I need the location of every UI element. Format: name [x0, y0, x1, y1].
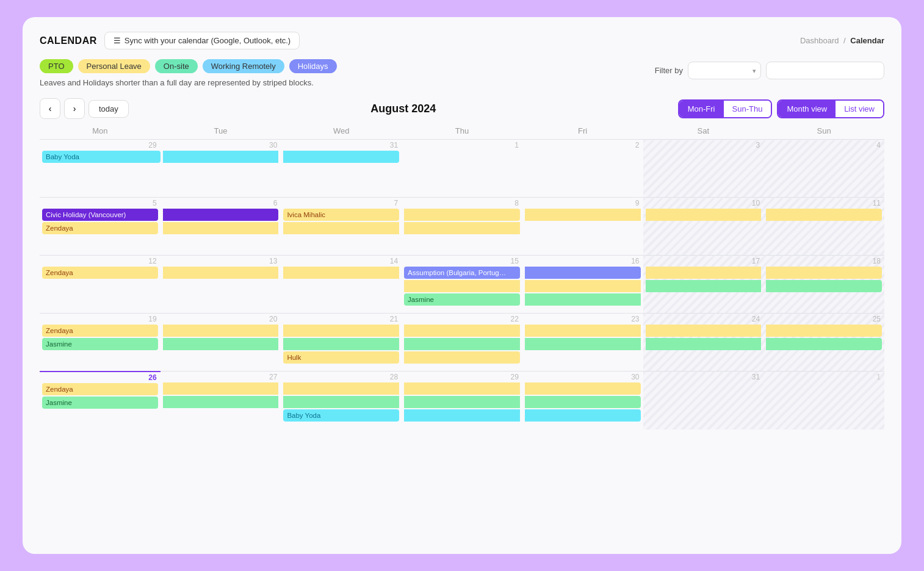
day-cell[interactable]: 29: [402, 372, 522, 429]
day-cell[interactable]: 19 Zendaya Jasmine: [40, 314, 161, 372]
day-cell[interactable]: 11: [763, 198, 884, 256]
day-cell[interactable]: 5 Civic Holiday (Vancouver) Zendaya: [40, 198, 161, 256]
event-bar[interactable]: [646, 267, 762, 279]
event-bar[interactable]: [283, 325, 399, 337]
legend-pto[interactable]: PTO: [40, 59, 73, 73]
day-cell[interactable]: 16: [522, 256, 643, 314]
event-bar[interactable]: [525, 382, 641, 395]
sync-button[interactable]: ☰ Sync with your calendar (Google, Outlo…: [104, 32, 300, 49]
event-bar[interactable]: Zendaya: [42, 267, 158, 279]
event-bar[interactable]: [766, 267, 882, 279]
day-cell[interactable]: 31: [643, 372, 764, 429]
day-cell[interactable]: 9: [522, 198, 643, 256]
day-cell[interactable]: 30: [522, 372, 643, 429]
event-bar[interactable]: [646, 280, 762, 292]
event-bar[interactable]: Civic Holiday (Vancouver): [42, 209, 158, 221]
day-cell[interactable]: 25: [763, 314, 884, 372]
event-bar[interactable]: [404, 351, 520, 364]
day-cell[interactable]: 22: [402, 314, 522, 372]
day-cell[interactable]: 30: [161, 140, 281, 198]
event-bar[interactable]: Jasmine: [42, 397, 158, 409]
day-cell[interactable]: 18: [763, 256, 884, 314]
event-bar[interactable]: [646, 209, 762, 221]
day-cell[interactable]: 29 Baby Yoda: [40, 140, 161, 198]
event-bar[interactable]: [163, 222, 279, 234]
event-bar[interactable]: [163, 151, 279, 163]
day-cell[interactable]: 6: [161, 198, 281, 256]
day-cell[interactable]: 4: [763, 140, 884, 198]
event-bar[interactable]: Jasmine: [42, 338, 158, 350]
event-bar[interactable]: [766, 280, 882, 292]
legend-onsite[interactable]: On-site: [155, 59, 198, 73]
event-bar[interactable]: Zendaya: [42, 325, 158, 337]
prev-button[interactable]: ‹: [40, 98, 60, 119]
event-bar[interactable]: Zendaya: [42, 222, 158, 234]
day-cell[interactable]: 27: [161, 372, 281, 429]
day-cell[interactable]: 3: [643, 140, 764, 198]
month-view-toggle[interactable]: Month view: [778, 101, 836, 117]
event-bar[interactable]: Assumption (Bulgaria, Portug…: [404, 267, 520, 279]
day-cell[interactable]: 14: [281, 256, 402, 314]
day-cell[interactable]: 20: [161, 314, 281, 372]
filter-select[interactable]: [688, 62, 761, 79]
event-bar[interactable]: [283, 382, 399, 395]
event-bar[interactable]: [163, 338, 279, 350]
event-bar[interactable]: [525, 325, 641, 337]
breadcrumb-dashboard[interactable]: Dashboard: [800, 36, 839, 45]
event-bar[interactable]: [404, 396, 520, 408]
event-bar[interactable]: [525, 280, 641, 292]
day-cell[interactable]: 26 Zendaya Jasmine: [40, 372, 161, 429]
event-bar[interactable]: [283, 267, 399, 279]
event-bar[interactable]: [404, 382, 520, 395]
event-bar[interactable]: [646, 338, 762, 350]
day-cell[interactable]: 23: [522, 314, 643, 372]
event-bar[interactable]: [404, 325, 520, 337]
event-bar[interactable]: [525, 293, 641, 306]
event-bar[interactable]: [404, 222, 520, 234]
legend-personal-leave[interactable]: Personal Leave: [78, 59, 150, 73]
event-bar[interactable]: [163, 267, 279, 279]
day-cell[interactable]: 31: [281, 140, 402, 198]
event-bar[interactable]: [525, 396, 641, 408]
event-bar[interactable]: [525, 338, 641, 350]
event-bar[interactable]: [404, 409, 520, 422]
event-bar[interactable]: [283, 222, 399, 234]
event-bar[interactable]: Hulk: [283, 351, 399, 364]
day-cell[interactable]: 17: [643, 256, 764, 314]
day-cell[interactable]: 2: [522, 140, 643, 198]
event-bar[interactable]: [646, 325, 762, 337]
legend-holidays[interactable]: Holidays: [289, 59, 337, 73]
event-bar[interactable]: [163, 382, 279, 395]
event-bar[interactable]: [283, 396, 399, 408]
event-bar[interactable]: [404, 338, 520, 350]
event-bar[interactable]: Zendaya: [42, 383, 158, 395]
event-bar[interactable]: Jasmine: [404, 293, 520, 306]
mon-fri-toggle[interactable]: Mon-Fri: [679, 101, 724, 117]
day-cell[interactable]: 1: [763, 372, 884, 429]
event-bar[interactable]: [525, 209, 641, 221]
list-view-toggle[interactable]: List view: [836, 101, 883, 117]
next-button[interactable]: ›: [64, 98, 85, 119]
day-cell[interactable]: 21 Hulk: [281, 314, 402, 372]
today-button[interactable]: today: [88, 100, 129, 118]
event-bar[interactable]: [163, 325, 279, 337]
day-cell[interactable]: 15 Assumption (Bulgaria, Portug… Jasmine: [402, 256, 522, 314]
filter-input[interactable]: [766, 62, 884, 79]
event-bar[interactable]: [404, 209, 520, 221]
day-cell[interactable]: 12 Zendaya: [40, 256, 161, 314]
event-bar[interactable]: [404, 280, 520, 292]
event-bar[interactable]: Baby Yoda: [283, 409, 399, 422]
legend-working-remotely[interactable]: Working Remotely: [203, 59, 284, 73]
event-bar[interactable]: [163, 396, 279, 408]
event-bar[interactable]: [163, 209, 279, 221]
day-cell[interactable]: 10: [643, 198, 764, 256]
day-cell[interactable]: 28 Baby Yoda: [281, 372, 402, 429]
event-bar[interactable]: [525, 409, 641, 422]
event-bar[interactable]: [766, 325, 882, 337]
event-bar[interactable]: [766, 209, 882, 221]
event-bar[interactable]: Baby Yoda: [42, 151, 161, 163]
event-bar[interactable]: [283, 151, 399, 163]
day-cell[interactable]: 1: [402, 140, 522, 198]
event-bar[interactable]: [525, 267, 641, 279]
event-bar[interactable]: [283, 338, 399, 350]
